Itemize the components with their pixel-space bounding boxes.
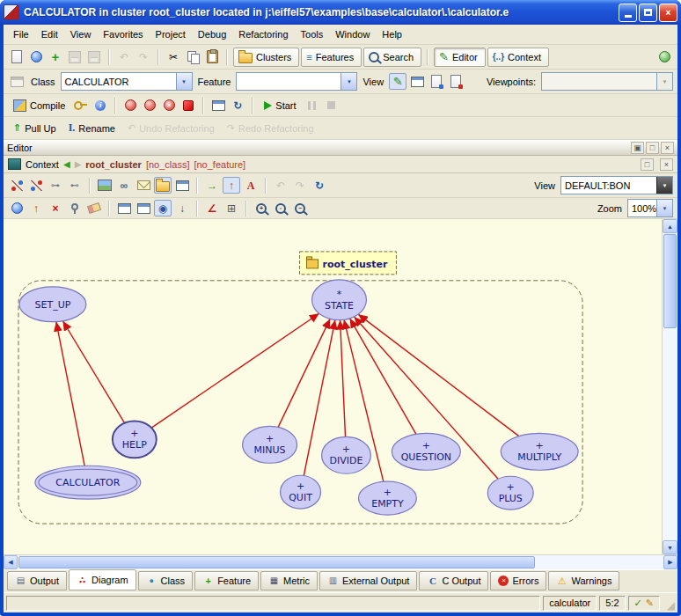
history-back-icon[interactable]: ◀: [63, 159, 70, 169]
client-links-icon[interactable]: [27, 177, 45, 194]
menu-window[interactable]: Window: [329, 26, 376, 42]
undo-refactoring-button[interactable]: ↶ Undo Refactoring: [122, 119, 220, 138]
maximize-icon[interactable]: □: [641, 158, 654, 171]
open-project-icon[interactable]: [27, 48, 45, 65]
melt-icon[interactable]: [121, 97, 139, 114]
menu-help[interactable]: Help: [376, 26, 408, 42]
contract-view-icon[interactable]: [447, 73, 465, 90]
diagram-canvas[interactable]: root_clusterSET_UP*STATE+HELPCALCULATOR+…: [4, 219, 662, 554]
rename-button[interactable]: I. Rename: [63, 119, 121, 138]
resize-grip[interactable]: ◢: [663, 596, 675, 611]
title-bar[interactable]: CALCULATOR in cluster root_cluster locat…: [0, 0, 681, 25]
cut-icon[interactable]: ✂: [165, 48, 182, 65]
clusters-button[interactable]: Clusters: [233, 48, 299, 67]
close-button[interactable]: ×: [659, 4, 677, 22]
inheritance-links-icon[interactable]: [8, 177, 26, 194]
supplier-links-icon[interactable]: ⊶: [47, 177, 64, 194]
tab-feature[interactable]: +Feature: [194, 571, 259, 590]
class-node-plus[interactable]: +PLUS: [487, 476, 533, 510]
menu-project[interactable]: Project: [150, 26, 192, 42]
close-icon[interactable]: ×: [661, 142, 674, 154]
undo-icon[interactable]: ↶: [272, 177, 289, 194]
pull-up-button[interactable]: ⇑ Pull Up: [8, 119, 62, 138]
scroll-up-icon[interactable]: ▲: [663, 219, 677, 233]
new-tab-icon[interactable]: [408, 73, 426, 90]
maximize-button[interactable]: [639, 4, 657, 22]
sort-icon[interactable]: ↓: [173, 200, 191, 216]
paste-icon[interactable]: [203, 48, 221, 65]
tab-c-output[interactable]: CC Output: [419, 571, 488, 590]
copy-icon[interactable]: [184, 48, 201, 65]
class-combobox[interactable]: CALCULATOR ▼: [61, 72, 193, 91]
editor-view-icon[interactable]: ✎: [389, 73, 406, 90]
anchor-icon[interactable]: [66, 200, 84, 216]
export-picture-icon[interactable]: [96, 177, 114, 194]
zoom-fit-icon[interactable]: ▫: [272, 200, 289, 216]
class-node-multiply[interactable]: +MULTIPLY: [501, 433, 578, 470]
tab-class[interactable]: ●Class: [138, 571, 194, 590]
viewpoints-combobox[interactable]: ▼: [541, 72, 673, 91]
new-inheritance-link-icon[interactable]: ↑: [27, 200, 45, 216]
redo-icon[interactable]: ↷: [291, 177, 309, 194]
class-node-question[interactable]: +QUESTION: [392, 433, 460, 470]
update-icon[interactable]: ↻: [229, 97, 246, 114]
key-icon[interactable]: [72, 97, 90, 114]
layout-icon[interactable]: [135, 200, 152, 216]
refresh-icon[interactable]: ↻: [311, 177, 328, 194]
chevron-down-icon[interactable]: ▼: [340, 73, 356, 90]
tab-errors[interactable]: ×Errors: [490, 571, 546, 590]
tab-output[interactable]: ▤Output: [7, 571, 67, 590]
class-node-set_up[interactable]: SET_UP: [19, 287, 86, 322]
menu-tools[interactable]: Tools: [295, 26, 330, 42]
vscrollbar-thumb[interactable]: [663, 234, 677, 328]
scroll-down-icon[interactable]: ▼: [663, 540, 677, 554]
save-icon[interactable]: [66, 48, 84, 65]
hscrollbar-track[interactable]: [536, 555, 663, 569]
menu-favorites[interactable]: Favorites: [97, 26, 149, 42]
breadcrumb-cluster[interactable]: root_cluster: [85, 159, 142, 170]
scroll-right-icon[interactable]: ▶: [663, 555, 677, 569]
stop-icon[interactable]: [323, 97, 340, 114]
grid-icon[interactable]: ⊞: [223, 200, 240, 216]
class-node-quit[interactable]: +QUIT: [281, 475, 321, 509]
reset-layout-icon[interactable]: [115, 200, 133, 216]
tab-metric[interactable]: ▦Metric: [260, 571, 318, 590]
menu-edit[interactable]: Edit: [35, 26, 64, 42]
class-node-divide[interactable]: +DIVIDE: [322, 436, 371, 473]
class-node-help[interactable]: +HELP: [113, 421, 157, 458]
tab-warnings[interactable]: ⚠Warnings: [548, 571, 619, 590]
eraser-icon[interactable]: [85, 200, 103, 216]
undock-icon[interactable]: ▣: [631, 142, 644, 154]
features-button[interactable]: ≡ Features: [301, 48, 362, 67]
new-class-icon[interactable]: [8, 200, 26, 216]
folder-icon[interactable]: [154, 177, 172, 194]
start-button[interactable]: Start: [259, 96, 301, 115]
window-icon[interactable]: [173, 177, 191, 194]
angle-icon[interactable]: ∠: [203, 200, 221, 216]
delete-icon[interactable]: ×: [47, 200, 64, 216]
vscrollbar-track[interactable]: [663, 329, 677, 540]
maximize-icon[interactable]: □: [646, 142, 659, 154]
finalize-icon[interactable]: [179, 97, 197, 114]
pause-icon[interactable]: [304, 97, 321, 114]
menu-debug[interactable]: Debug: [192, 26, 232, 42]
chevron-down-icon[interactable]: ▼: [656, 73, 672, 90]
zoom-combobox[interactable]: 100% ▼: [627, 199, 673, 217]
chevron-down-icon[interactable]: ▼: [176, 73, 192, 90]
external-commands-icon[interactable]: [655, 48, 673, 65]
tab-diagram[interactable]: ∴Diagram: [69, 569, 136, 590]
menu-view[interactable]: View: [64, 26, 98, 42]
console-icon[interactable]: [209, 97, 227, 114]
freeze-icon[interactable]: [141, 97, 158, 114]
tab-external-output[interactable]: ▥External Output: [319, 571, 417, 590]
menu-refactoring[interactable]: Refactoring: [232, 26, 294, 42]
scroll-left-icon[interactable]: ◀: [4, 555, 18, 569]
flat-view-icon[interactable]: [428, 73, 445, 90]
send-to-new-window-icon[interactable]: [8, 73, 26, 90]
editor-toggle-button[interactable]: ✎ Editor: [434, 48, 486, 67]
arrow-up-icon[interactable]: ↑: [223, 177, 240, 194]
redo-refactoring-button[interactable]: ↷ Redo Refactoring: [222, 119, 319, 138]
search-button[interactable]: Search: [363, 48, 421, 67]
save-all-icon[interactable]: [85, 48, 103, 65]
compile-button[interactable]: Compile: [8, 96, 70, 115]
